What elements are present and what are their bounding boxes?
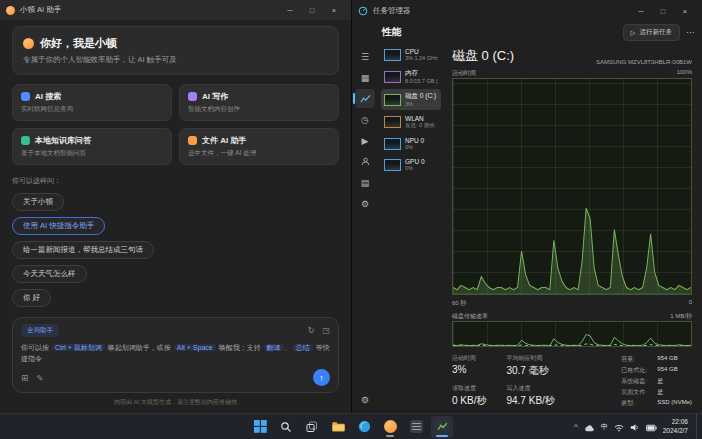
task-manager-titlebar[interactable]: 任务管理器 ─ □ × <box>352 0 702 22</box>
expand-icon[interactable]: ◳ <box>322 326 330 335</box>
performance-icon[interactable] <box>355 89 375 108</box>
hint-token: 翻译 <box>264 344 284 351</box>
taskbar-clock[interactable]: 22:06 2024/2/7 <box>663 418 688 436</box>
suggestion-chip[interactable]: 给一篇新闻报道，帮我总结成三句话 <box>12 241 154 259</box>
feature-card-knowledge-base[interactable]: 本地知识库问答 基于本地文档智能问答 <box>12 128 172 165</box>
maximize-icon[interactable]: □ <box>652 3 674 19</box>
prop-type: 类型:SSD (NVMe) <box>621 399 692 408</box>
prop-page-file: 页面文件:是 <box>621 388 692 397</box>
feature-label: 本地知识库问答 <box>35 135 91 146</box>
assistant-titlebar[interactable]: 小顿 AI 助手 ─ □ × <box>0 0 351 20</box>
perf-item-name: NPU 0 <box>405 137 424 144</box>
wifi-icon[interactable] <box>614 418 624 436</box>
activity-max-label: 100% <box>677 69 692 78</box>
gpu-sparkline <box>384 159 401 171</box>
prop-system-disk: 系统磁盘:是 <box>621 377 692 386</box>
perf-item-npu[interactable]: NPU 0 0% <box>381 134 441 153</box>
more-options-icon[interactable]: ⋯ <box>686 28 694 37</box>
attachment-icon[interactable]: ✎ <box>36 373 43 383</box>
hint-token: Ctrl + 鼠标划词 <box>52 344 105 351</box>
menu-icon[interactable]: ☰ <box>355 47 375 66</box>
minimize-icon[interactable]: ─ <box>630 3 652 19</box>
minimize-icon[interactable]: ─ <box>279 2 301 18</box>
edge-icon[interactable] <box>353 416 375 438</box>
notes-app-icon[interactable] <box>405 416 427 438</box>
app-history-icon[interactable]: ◷ <box>355 110 375 129</box>
hint-text: 你可以按 <box>21 344 51 351</box>
task-manager-taskbar-icon[interactable] <box>431 416 453 438</box>
feature-card-file-assistant[interactable]: 文件 AI 助手 选中文件，一键 AI 处理 <box>179 128 339 165</box>
feature-card-ai-writing[interactable]: AI 写作 智能文档内容创作 <box>179 84 339 121</box>
assistant-mode-tag[interactable]: 全局助手 <box>21 324 59 337</box>
settings-icon[interactable]: ⚙ <box>355 390 375 409</box>
assistant-app-icon <box>6 6 15 15</box>
processes-icon[interactable]: ▦ <box>355 68 375 87</box>
run-new-task-button[interactable]: ▷ 运行新任务 <box>623 24 681 41</box>
battery-icon[interactable] <box>646 418 657 436</box>
details-icon[interactable]: ▤ <box>355 173 375 192</box>
startup-apps-icon[interactable]: ▶ <box>355 131 375 150</box>
cpu-sparkline <box>384 49 401 61</box>
run-new-task-label: 运行新任务 <box>640 28 673 37</box>
history-icon[interactable]: ↻ <box>308 326 315 335</box>
disk-title: 磁盘 0 (C:) <box>452 47 514 65</box>
hidden-icons-chevron[interactable]: ^ <box>574 422 578 431</box>
suggestion-chips: 关于小顿 使用 AI 快捷指令助手 给一篇新闻报道，帮我总结成三句话 今天天气怎… <box>12 193 339 307</box>
greeting-title: 你好，我是小顿 <box>40 36 117 51</box>
memory-sparkline <box>384 71 401 83</box>
show-desktop-button[interactable] <box>696 414 699 439</box>
search-button[interactable] <box>275 416 297 438</box>
search-icon <box>21 92 30 101</box>
npu-sparkline <box>384 138 401 150</box>
assistant-window-title: 小顿 AI 助手 <box>20 5 61 15</box>
suggestion-chip[interactable]: 使用 AI 快捷指令助手 <box>12 217 105 235</box>
close-icon[interactable]: × <box>674 3 696 19</box>
onedrive-icon[interactable] <box>584 418 595 436</box>
prop-capacity: 容量:954 GB <box>621 355 692 364</box>
start-button[interactable] <box>249 416 271 438</box>
hint-token: 总结 <box>293 344 313 351</box>
suggestion-chip[interactable]: 今天天气怎么样 <box>12 265 87 283</box>
close-icon[interactable]: × <box>323 2 345 18</box>
apps-grid-icon[interactable]: ⊞ <box>21 373 28 383</box>
maximize-icon[interactable]: □ <box>301 2 323 18</box>
perf-item-cpu[interactable]: CPU 3% 1.24 GHz <box>381 45 441 64</box>
file-explorer-icon[interactable] <box>327 416 349 438</box>
disk-transfer-chart <box>452 321 692 347</box>
time-span-label: 60 秒 <box>452 299 466 308</box>
hint-text: 唤醒我；支持 <box>217 344 263 351</box>
clock-time: 22:06 <box>663 418 688 427</box>
stat-read-speed: 读取速度 0 KB/秒 <box>452 384 486 408</box>
page-title: 性能 <box>382 26 401 39</box>
input-method-indicator[interactable]: 中 <box>601 422 608 432</box>
suggestion-chip[interactable]: 关于小顿 <box>12 193 64 211</box>
perf-item-memory[interactable]: 内存 8.0/15.7 GB (51%) <box>381 66 441 87</box>
task-manager-window: 任务管理器 ─ □ × 性能 ▷ 运行新任务 ⋯ ☰ ▦ ◷ <box>352 0 702 413</box>
services-icon[interactable]: ⚙ <box>355 194 375 213</box>
disk-sparkline <box>384 94 401 106</box>
perf-item-name: GPU 0 <box>405 158 425 165</box>
users-icon[interactable] <box>355 152 375 171</box>
perf-item-disk[interactable]: 磁盘 0 (C:) 3% <box>381 89 441 110</box>
task-view-button[interactable] <box>301 416 323 438</box>
feature-desc: 智能文档内容创作 <box>188 105 330 114</box>
suggestions-label: 你可以这样问： <box>12 176 339 186</box>
assistant-taskbar-icon[interactable] <box>379 416 401 438</box>
perf-item-gpu[interactable]: GPU 0 0% <box>381 155 441 174</box>
volume-icon[interactable] <box>630 418 640 436</box>
perf-item-wlan[interactable]: WLAN 发送: 0 接收: 0 Kbps <box>381 112 441 132</box>
taskbar: ^ 中 22:06 2024/2/7 <box>0 413 702 439</box>
send-button[interactable]: ↑ <box>313 369 330 386</box>
perf-item-name: WLAN <box>405 115 438 122</box>
assistant-window: 小顿 AI 助手 ─ □ × 你好，我是小顿 专属于你的个人智能效率助手，让 A… <box>0 0 352 413</box>
disk-model: SAMSUNG MZVL8T0HBLR-00B1W <box>596 59 692 65</box>
suggestion-chip[interactable]: 你 好 <box>12 289 51 307</box>
clock-date: 2024/2/7 <box>663 427 688 436</box>
disk-properties: 容量:954 GB 已格式化:954 GB 系统磁盘:是 页面文件:是 类型:S… <box>621 354 692 408</box>
perf-item-stat: 0% <box>405 165 425 171</box>
chat-input-panel[interactable]: 全局助手 ↻ ◳ 你可以按 Ctrl + 鼠标划词 唤起划词助手，或按 Alt … <box>12 317 339 393</box>
chat-input-placeholder[interactable]: 你可以按 Ctrl + 鼠标划词 唤起划词助手，或按 Alt + Space 唤… <box>21 342 330 364</box>
feature-card-ai-search[interactable]: AI 搜索 实时联网信息查询 <box>12 84 172 121</box>
hint-token: Alt + Space <box>174 344 216 351</box>
task-manager-nav-rail: ☰ ▦ ◷ ▶ ▤ ⚙ ⚙ <box>352 45 378 413</box>
